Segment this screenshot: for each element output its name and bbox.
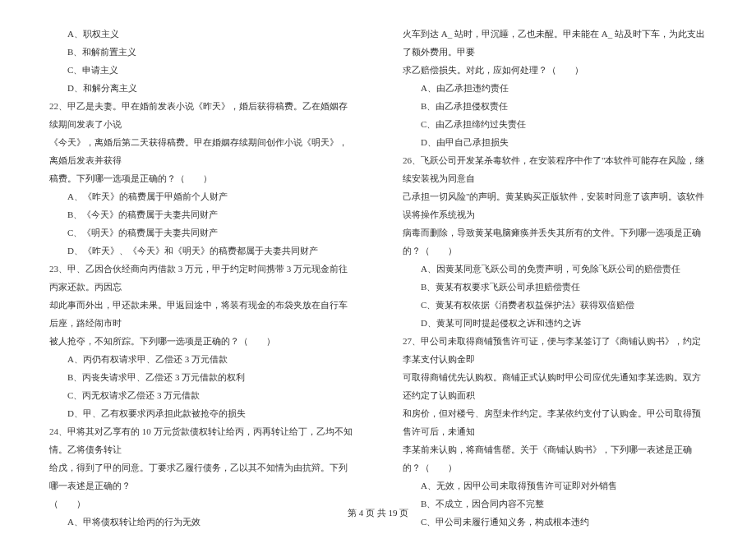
q26-stem-3: 病毒而删除，导致黄某电脑瘫痪并丢失其所有的文件。下列哪一选项是正确的？（ ）	[403, 223, 707, 260]
q23-option-a: A、丙仍有权请求甲、乙偿还 3 万元借款	[49, 350, 353, 368]
q22-option-c: C、《明天》的稿费属于夫妻共同财产	[49, 223, 353, 242]
q26-stem-2: 己承担一切风险"的声明。黄某购买正版软件，安装时同意了该声明。该软件误将操作系统…	[403, 187, 707, 223]
q26-option-b: B、黄某有权要求飞跃公司承担赔偿责任	[403, 278, 707, 296]
q22-stem-2: 《今天》，离婚后第二天获得稿费。甲在婚姻存续期间创作小说《明天》，离婚后发表并获…	[49, 133, 353, 169]
q26-option-c: C、黄某有权依据《消费者权益保护法》获得双倍赔偿	[403, 296, 707, 314]
q21-option-a: A、职权主义	[49, 25, 353, 43]
page-footer: 第 4 页 共 19 页	[0, 507, 756, 519]
q26-option-a: A、因黄某同意飞跃公司的免责声明，可免除飞跃公司的赔偿责任	[403, 260, 707, 278]
page-container: A、职权主义 B、和解前置主义 C、申请主义 D、和解分离主义 22、甲乙是夫妻…	[0, 0, 756, 501]
right-column: 火车到达 A_ 站时，甲沉睡，乙也未醒。甲未能在 A_ 站及时下车，为此支出了额…	[403, 25, 707, 468]
q23-stem-3: 被人抢夺，不知所踪。下列哪一选项是正确的？（ ）	[49, 332, 353, 350]
q23-stem-2: 却此事而外出，甲还款未果。甲返回途中，将装有现金的布袋夹放在自行车后座，路经闹市…	[49, 296, 353, 332]
q25-option-d: D、由甲自己承担损失	[403, 133, 707, 151]
q23-option-d: D、甲、乙有权要求丙承担此款被抢夺的损失	[49, 404, 353, 422]
q21-option-c: C、申请主义	[49, 61, 353, 79]
q25-stem-2: 火车到达 A_ 站时，甲沉睡，乙也未醒。甲未能在 A_ 站及时下车，为此支出了额…	[403, 25, 707, 61]
q26-stem-1: 26、飞跃公司开发某杀毒软件，在安装程序中作了"本软件可能存在风险，继续安装视为…	[403, 151, 707, 187]
q24-option-b: B、丙将债权转让给丁的行为无效	[49, 531, 353, 534]
q26-option-d: D、黄某可同时提起侵权之诉和违约之诉	[403, 314, 707, 332]
q22-option-d: D、《昨天》、《今天》和《明天》的稿费都属于夫妻共同财产	[49, 242, 353, 260]
q27-stem-2: 可取得商铺优先认购权。商铺正式认购时甲公司应优先通知李某选购。双方还约定了认购面…	[403, 368, 707, 404]
q25-option-c: C、由乙承担缔约过失责任	[403, 115, 707, 133]
q22-stem-1: 22、甲乙是夫妻。甲在婚前发表小说《昨天》，婚后获得稿费。乙在婚姻存续期间发表了…	[49, 97, 353, 133]
q23-stem-1: 23、甲、乙因合伙经商向丙借款 3 万元，甲于约定时间携带 3 万元现金前往丙家…	[49, 260, 353, 296]
q27-option-d: D、甲公司须承担继续履行的违约责任	[403, 531, 707, 534]
left-column: A、职权主义 B、和解前置主义 C、申请主义 D、和解分离主义 22、甲乙是夫妻…	[49, 25, 353, 468]
q22-stem-3: 稿费。下列哪一选项是正确的？（ ）	[49, 169, 353, 187]
q25-option-a: A、由乙承担违约责任	[403, 79, 707, 97]
q27-stem-3: 和房价，但对楼号、房型未作约定。李某依约支付了认购金。甲公司取得预售许可后，未通…	[403, 404, 707, 440]
q24-stem-2: 给戊，得到了甲的同意。丁要求乙履行债务，乙以其不知情为由抗辩。下列哪一表述是正确…	[49, 458, 353, 495]
q22-option-a: A、《昨天》的稿费属于甲婚前个人财产	[49, 187, 353, 205]
q27-option-a: A、无效，因甲公司未取得预售许可证即对外销售	[403, 476, 707, 495]
q25-stem-3: 求乙赔偿损失。对此，应如何处理？（ ）	[403, 61, 707, 79]
q21-option-b: B、和解前置主义	[49, 43, 353, 61]
q27-stem-1: 27、甲公司未取得商铺预售许可证，便与李某签订了《商铺认购书》，约定李某支付认购…	[403, 332, 707, 368]
q25-option-b: B、由乙承担侵权责任	[403, 97, 707, 115]
q21-option-d: D、和解分离主义	[49, 79, 353, 97]
q24-stem-1: 24、甲将其对乙享有的 10 万元货款债权转让给丙，丙再转让给丁，乙均不知情。乙…	[49, 422, 353, 458]
q27-stem-4: 李某前来认购，将商铺售罄。关于《商铺认购书》，下列哪一表述是正确的？（ ）	[403, 440, 707, 476]
q23-option-b: B、丙丧失请求甲、乙偿还 3 万元借款的权利	[49, 368, 353, 386]
q23-option-c: C、丙无权请求乙偿还 3 万元借款	[49, 386, 353, 404]
q22-option-b: B、《今天》的稿费属于夫妻共同财产	[49, 205, 353, 223]
